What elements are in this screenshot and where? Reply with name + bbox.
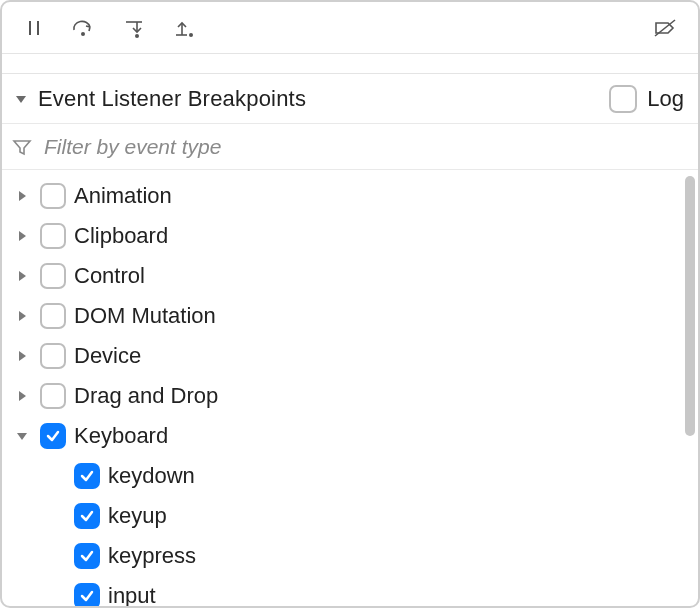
chevron-right-icon[interactable] (12, 346, 32, 366)
svg-point-8 (189, 33, 193, 37)
category-checkbox[interactable] (40, 263, 66, 289)
category-device[interactable]: Device (2, 336, 698, 376)
filter-input[interactable] (42, 134, 688, 160)
scrollbar-thumb[interactable] (685, 176, 695, 436)
category-checkbox[interactable] (40, 303, 66, 329)
event-label: input (108, 583, 156, 606)
clipped-previous-section (2, 54, 698, 74)
category-label: Device (74, 343, 141, 369)
category-checkbox[interactable] (40, 343, 66, 369)
filter-row (2, 124, 698, 170)
chevron-right-icon[interactable] (12, 386, 32, 406)
category-label: Clipboard (74, 223, 168, 249)
chevron-right-icon[interactable] (12, 306, 32, 326)
filter-icon (12, 137, 32, 157)
chevron-right-icon[interactable] (12, 186, 32, 206)
event-input[interactable]: input (2, 576, 698, 606)
step-out-button[interactable] (162, 8, 206, 48)
category-label: Keyboard (74, 423, 168, 449)
event-keydown[interactable]: keydown (2, 456, 698, 496)
category-label: Drag and Drop (74, 383, 218, 409)
event-label: keypress (108, 543, 196, 569)
event-checkbox[interactable] (74, 503, 100, 529)
pause-resume-button[interactable] (12, 8, 56, 48)
event-checkbox[interactable] (74, 463, 100, 489)
disclosure-triangle-down-icon[interactable] (12, 90, 30, 108)
devtools-panel: Event Listener Breakpoints Log (0, 0, 700, 608)
log-checkbox[interactable] (609, 85, 637, 113)
svg-point-5 (135, 34, 139, 38)
event-categories-tree: Animation Clipboard Control (2, 170, 698, 606)
category-dom-mutation[interactable]: DOM Mutation (2, 296, 698, 336)
category-drag-and-drop[interactable]: Drag and Drop (2, 376, 698, 416)
category-animation[interactable]: Animation (2, 176, 698, 216)
category-checkbox[interactable] (40, 383, 66, 409)
event-label: keyup (108, 503, 167, 529)
debugger-toolbar (2, 2, 698, 54)
chevron-right-icon[interactable] (12, 226, 32, 246)
deactivate-breakpoints-button[interactable] (644, 8, 688, 48)
event-keypress[interactable]: keypress (2, 536, 698, 576)
category-label: Animation (74, 183, 172, 209)
category-checkbox[interactable] (40, 223, 66, 249)
scrollbar-track[interactable] (685, 176, 695, 600)
category-label: Control (74, 263, 145, 289)
category-control[interactable]: Control (2, 256, 698, 296)
event-keyup[interactable]: keyup (2, 496, 698, 536)
event-checkbox[interactable] (74, 583, 100, 606)
step-over-button[interactable] (62, 8, 106, 48)
section-title: Event Listener Breakpoints (38, 86, 601, 112)
event-categories-body: Animation Clipboard Control (2, 170, 698, 606)
event-label: keydown (108, 463, 195, 489)
log-toggle[interactable]: Log (609, 85, 684, 113)
chevron-right-icon[interactable] (12, 266, 32, 286)
category-label: DOM Mutation (74, 303, 216, 329)
chevron-down-icon[interactable] (12, 426, 32, 446)
log-label: Log (647, 86, 684, 112)
category-checkbox[interactable] (40, 423, 66, 449)
category-checkbox[interactable] (40, 183, 66, 209)
event-listener-breakpoints-header[interactable]: Event Listener Breakpoints Log (2, 74, 698, 124)
svg-point-2 (81, 32, 85, 36)
event-checkbox[interactable] (74, 543, 100, 569)
category-clipboard[interactable]: Clipboard (2, 216, 698, 256)
category-keyboard[interactable]: Keyboard (2, 416, 698, 456)
step-into-button[interactable] (112, 8, 156, 48)
